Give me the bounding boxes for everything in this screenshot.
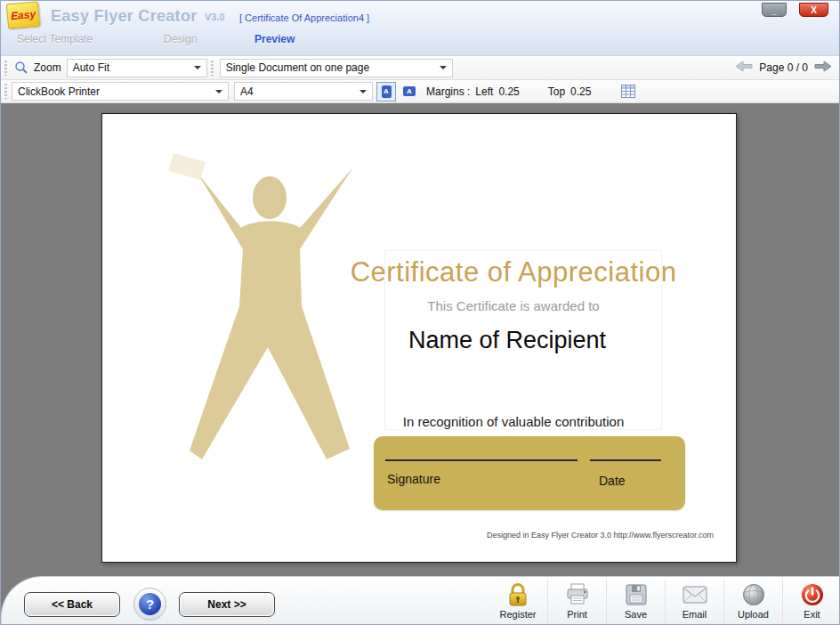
- printer-select[interactable]: ClickBook Printer: [12, 82, 229, 101]
- page-indicator: Page 0 / 0: [759, 61, 808, 74]
- next-page-icon[interactable]: [814, 61, 832, 75]
- next-button[interactable]: Next >>: [179, 592, 275, 617]
- recipient-name: Name of Recipient: [408, 327, 606, 354]
- tab-design[interactable]: Design: [164, 33, 197, 45]
- envelope-icon: [682, 581, 707, 608]
- app-logo-text: Easy: [10, 8, 36, 22]
- exit-button[interactable]: Exit: [782, 580, 840, 624]
- print-label: Print: [567, 609, 587, 620]
- help-button[interactable]: ?: [133, 588, 166, 621]
- power-icon: [801, 581, 824, 608]
- preview-canvas: Certificate of Appreciation This Certifi…: [1, 103, 839, 625]
- date-label: Date: [599, 474, 626, 488]
- designer-credit: Designed in Easy Flyer Creator 3.0 http:…: [487, 531, 714, 540]
- grid-layout-icon[interactable]: [621, 85, 635, 98]
- landscape-icon: A: [403, 86, 416, 96]
- chevron-down-icon: [440, 66, 447, 69]
- document-title: [ Certificate Of Appreciation4 ]: [239, 12, 369, 23]
- previous-page-icon[interactable]: [735, 61, 753, 75]
- floppy-disk-icon: [625, 581, 648, 608]
- toolbar-grip: [4, 84, 7, 99]
- toolbar-grip: [211, 61, 214, 76]
- zoom-icon: [14, 61, 28, 75]
- landscape-orientation-button[interactable]: A: [400, 82, 419, 101]
- app-window: Easy Easy Flyer Creator V3.0 [ Certifica…: [0, 0, 840, 625]
- portrait-orientation-button[interactable]: A: [376, 82, 396, 101]
- back-button[interactable]: << Back: [24, 592, 120, 617]
- register-label: Register: [500, 609, 537, 620]
- app-version: V3.0: [205, 12, 225, 22]
- paper-size-value: A4: [240, 85, 254, 98]
- toolbar-grip: [4, 61, 7, 76]
- zoom-label: Zoom: [34, 61, 61, 74]
- help-icon: ?: [139, 593, 161, 615]
- signature-box: Signature Date: [374, 436, 685, 510]
- chevron-down-icon: [194, 66, 201, 69]
- certificate-page: Certificate of Appreciation This Certifi…: [101, 113, 737, 563]
- paper-size-select[interactable]: A4: [234, 82, 373, 101]
- close-button[interactable]: X: [799, 3, 828, 17]
- signature-label: Signature: [387, 472, 440, 486]
- lock-icon: [506, 581, 529, 608]
- margin-top-label: Top: [548, 85, 565, 98]
- chevron-down-icon: [215, 90, 222, 93]
- margin-top-value[interactable]: 0.25: [570, 85, 591, 98]
- save-label: Save: [625, 609, 647, 620]
- certificate-subtitle: This Certificate is awarded to: [427, 298, 599, 313]
- email-button[interactable]: Email: [665, 580, 723, 624]
- email-label: Email: [682, 609, 707, 620]
- upload-label: Upload: [738, 609, 769, 620]
- margins-label: Margins :: [426, 85, 470, 98]
- page-navigation: Page 0 / 0: [735, 61, 839, 75]
- tab-preview[interactable]: Preview: [254, 33, 295, 45]
- minimize-button[interactable]: _: [762, 3, 787, 17]
- layout-select[interactable]: Single Document on one page: [220, 59, 453, 77]
- margins-group: Margins : Left 0.25 Top 0.25: [426, 85, 594, 98]
- recognition-text: In recognition of valuable contribution: [403, 414, 625, 429]
- tab-select-template[interactable]: Select Template: [17, 33, 93, 45]
- portrait-icon: A: [382, 85, 392, 98]
- print-button[interactable]: Print: [547, 580, 606, 624]
- layout-select-value: Single Document on one page: [226, 61, 369, 74]
- chevron-down-icon: [359, 90, 367, 93]
- margin-left-value[interactable]: 0.25: [498, 85, 519, 98]
- globe-icon: [742, 581, 765, 608]
- save-button[interactable]: Save: [606, 580, 665, 624]
- printer-icon: [565, 581, 590, 608]
- upload-button[interactable]: Upload: [723, 580, 782, 624]
- zoom-toolbar: Zoom Auto Fit Single Document on one pag…: [1, 56, 839, 80]
- app-logo-icon: Easy: [6, 1, 40, 28]
- zoom-select-value: Auto Fit: [73, 61, 109, 74]
- print-toolbar: ClickBook Printer A4 A A Margins : Left …: [1, 80, 839, 103]
- action-buttons: Register Print: [489, 580, 840, 624]
- zoom-select[interactable]: Auto Fit: [67, 59, 207, 77]
- printer-select-value: ClickBook Printer: [18, 85, 100, 98]
- margin-left-label: Left: [475, 85, 493, 98]
- exit-label: Exit: [804, 609, 820, 620]
- footer-bar: << Back ? Next >> Register: [1, 576, 839, 625]
- register-button[interactable]: Register: [489, 580, 547, 624]
- title-bar: Easy Easy Flyer Creator V3.0 [ Certifica…: [1, 1, 839, 56]
- app-title: Easy Flyer Creator: [51, 7, 197, 26]
- certificate-title: Certificate of Appreciation: [351, 256, 677, 288]
- signature-line: [385, 459, 578, 461]
- date-line: [590, 459, 661, 461]
- person-silhouette-graphic: [150, 153, 392, 467]
